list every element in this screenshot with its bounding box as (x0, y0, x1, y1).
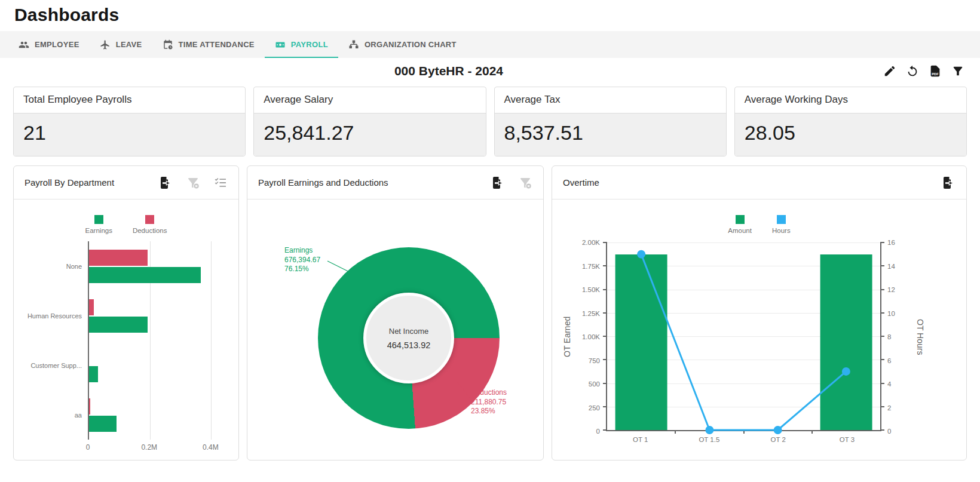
tab-time-attendance[interactable]: TIME ATTENDANCE (152, 31, 265, 58)
slice-percent: 76.15% (284, 265, 320, 274)
bar-group: None (89, 248, 223, 284)
dashboard-actions: PDF (883, 65, 964, 78)
right-tick-label: 4 (887, 380, 891, 388)
export-button[interactable] (158, 176, 173, 190)
stat-card-row: Total Employee Payrolls21Average Salary2… (13, 87, 967, 156)
tab-label: PAYROLL (291, 40, 328, 49)
reset-button[interactable] (906, 65, 919, 78)
net-income-value: 464,513.92 (387, 340, 431, 350)
slice-value: 211,880.75 (471, 398, 507, 407)
right-tick-label: 16 (887, 239, 895, 246)
legend-label: Amount (728, 227, 752, 234)
card-title: Overtime (563, 177, 941, 188)
overtime-card: Overtime AmountHours OT Earned 2.00K1.75… (552, 165, 967, 460)
right-tick-label: 8 (887, 333, 891, 340)
x-tick-label: 0.2M (141, 443, 157, 452)
card-header: Overtime (552, 166, 966, 199)
right-tick-label: 10 (887, 310, 895, 317)
axis-tick (675, 430, 676, 434)
hours-point (842, 367, 850, 376)
x-tick-label: 0 (86, 443, 90, 452)
filter-disabled-button[interactable] (186, 176, 200, 190)
category-label: Customer Supp... (17, 362, 82, 369)
x-tick-label: OT 1 (633, 436, 648, 443)
legend-item-hours[interactable]: Hours (772, 215, 791, 234)
svg-text:PDF: PDF (932, 72, 939, 76)
export-icon (491, 176, 505, 190)
dept-bar-chart: NoneHuman ResourcesCustomer Supp...aa 00… (14, 238, 238, 460)
payroll-by-department-card: Payroll By Department EarningsDeductions… (13, 165, 239, 460)
card-title: Payroll Earnings and Deductions (258, 177, 491, 188)
x-tick-label: OT 2 (770, 436, 785, 443)
legend-label: Deductions (133, 227, 167, 234)
dashboards-page: Dashboards EMPLOYEELEAVETIME ATTENDANCEP… (0, 0, 980, 460)
deductions-bar (89, 398, 90, 415)
tab-bar: EMPLOYEELEAVETIME ATTENDANCEPAYROLLORGAN… (0, 31, 980, 58)
pencil-icon (883, 65, 896, 78)
axis-tick (603, 265, 607, 266)
page-title: Dashboards (0, 0, 980, 31)
left-axis-labels: 2.00K1.75K1.50K1.25K1.00K7505002500 (575, 242, 606, 431)
export-button[interactable] (941, 176, 956, 190)
checklist-button[interactable] (213, 176, 228, 190)
pdf-file-icon: PDF (929, 65, 942, 78)
left-tick-label: 0 (596, 428, 600, 435)
filter-button[interactable] (951, 65, 964, 78)
tab-label: EMPLOYEE (35, 40, 79, 49)
legend-label: Earnings (85, 227, 112, 234)
export-button[interactable] (491, 176, 505, 190)
slice-name: Deductions (471, 388, 507, 398)
net-income-label: Net Income (389, 327, 428, 336)
left-tick-label: 750 (589, 357, 600, 364)
donut-chart: Net Income 464,513.92 Earnings 676,394.6… (247, 199, 543, 460)
stat-card-title: Average Working Days (735, 87, 966, 113)
legend-item-amount[interactable]: Amount (728, 215, 752, 234)
legend-item-earnings[interactable]: Earnings (85, 215, 112, 234)
axis-tick (603, 383, 607, 384)
edit-button[interactable] (883, 65, 896, 78)
chart-card-row: Payroll By Department EarningsDeductions… (13, 165, 967, 460)
earnings-bar (89, 317, 148, 333)
x-tick-label: OT 3 (840, 436, 855, 443)
tab-payroll[interactable]: PAYROLL (265, 31, 338, 58)
legend-item-deductions[interactable]: Deductions (133, 215, 167, 234)
left-tick-label: 2.00K (582, 239, 600, 246)
left-tick-label: 1.00K (582, 333, 600, 340)
left-tick-label: 1.25K (582, 310, 600, 317)
tab-label: ORGANIZATION CHART (365, 40, 457, 49)
right-tick-label: 2 (887, 404, 891, 412)
export-icon (158, 176, 173, 190)
tab-organization-chart[interactable]: ORGANIZATION CHART (338, 31, 467, 58)
tab-leave[interactable]: LEAVE (90, 31, 152, 58)
people-icon (19, 39, 29, 50)
bar-group: Customer Supp... (89, 348, 223, 383)
right-tick-label: 12 (887, 286, 895, 293)
calendar-clock-icon (163, 39, 173, 50)
left-axis-title: OT Earned (559, 242, 575, 431)
dept-x-axis: 00.2M0.4M (88, 443, 223, 455)
right-axis-title: OT Hours (912, 242, 928, 431)
overtime-plot-wrap: OT 1OT 1.5OT 2OT 3 (606, 242, 881, 460)
hours-line (607, 242, 880, 430)
left-tick-label: 500 (589, 380, 600, 388)
axis-tick (603, 312, 607, 314)
hours-point (705, 426, 713, 434)
filter-disabled-button[interactable] (518, 176, 532, 190)
hours-point (637, 250, 645, 259)
slice-name: Earnings (284, 246, 320, 256)
axis-tick (603, 406, 607, 407)
bar-groups: NoneHuman ResourcesCustomer Supp...aa (89, 241, 223, 440)
tab-employee[interactable]: EMPLOYEE (8, 31, 90, 58)
earnings-slice-label: Earnings 676,394.67 76.15% (284, 246, 320, 274)
filter-icon (951, 65, 964, 78)
earnings-bar (89, 267, 201, 283)
category-label: None (17, 263, 82, 270)
axis-tick (603, 242, 607, 243)
stat-card: Average Working Days28.05 (734, 87, 967, 156)
hours-point (774, 426, 782, 434)
slice-value: 676,394.67 (284, 256, 320, 265)
export-pdf-button[interactable]: PDF (929, 65, 942, 78)
stat-card-value: 25,841.27 (254, 113, 485, 156)
axis-tick (603, 289, 607, 290)
card-actions (158, 176, 228, 190)
